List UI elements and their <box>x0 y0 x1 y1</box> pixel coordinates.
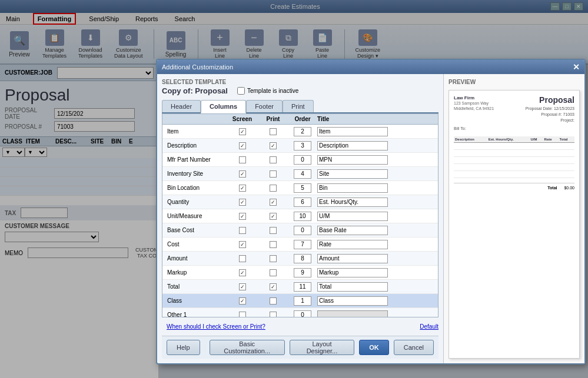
col-row-screen-cb[interactable] <box>226 199 258 206</box>
inactive-checkbox[interactable] <box>237 87 245 95</box>
print-checkbox[interactable] <box>270 297 277 305</box>
screen-checkbox[interactable] <box>239 297 246 305</box>
help-button[interactable]: Help <box>167 340 200 355</box>
col-row-screen-cb[interactable] <box>226 185 258 192</box>
screen-checkbox[interactable] <box>239 142 246 149</box>
col-row-print-cb[interactable] <box>258 128 288 135</box>
order-input[interactable] <box>294 127 311 136</box>
col-row-screen-cb[interactable] <box>226 312 258 317</box>
order-input[interactable] <box>294 310 311 317</box>
screen-checkbox[interactable] <box>239 312 246 317</box>
default-link[interactable]: Default <box>420 323 438 330</box>
col-row-print-cb[interactable] <box>258 142 288 149</box>
order-input[interactable] <box>294 169 311 179</box>
title-input[interactable] <box>317 155 388 165</box>
screen-checkbox[interactable] <box>239 227 246 234</box>
title-input[interactable] <box>317 212 388 221</box>
title-input[interactable] <box>317 226 388 235</box>
title-input[interactable] <box>317 310 388 317</box>
col-row-screen-cb[interactable] <box>226 142 258 149</box>
screen-checkbox[interactable] <box>239 283 246 290</box>
screen-or-print-link[interactable]: When should I check Screen or Print? <box>162 320 270 333</box>
screen-checkbox[interactable] <box>239 213 246 220</box>
col-row-screen-cb[interactable] <box>226 255 258 262</box>
title-input[interactable] <box>317 198 388 207</box>
cancel-button[interactable]: Cancel <box>394 340 434 355</box>
print-checkbox[interactable] <box>270 255 277 262</box>
col-row-order <box>288 155 317 165</box>
screen-checkbox[interactable] <box>239 241 246 248</box>
col-row-print-cb[interactable] <box>258 227 288 234</box>
col-row-screen-cb[interactable] <box>226 213 258 220</box>
print-checkbox[interactable] <box>270 241 277 248</box>
col-row-screen-cb[interactable] <box>226 170 258 178</box>
screen-checkbox[interactable] <box>239 199 246 206</box>
title-input[interactable] <box>317 282 388 292</box>
tab-print[interactable]: Print <box>283 100 314 112</box>
print-checkbox[interactable] <box>270 142 277 149</box>
screen-checkbox[interactable] <box>239 255 246 262</box>
basic-customization-button[interactable]: Basic Customization... <box>210 340 285 355</box>
col-row-print-cb[interactable] <box>258 312 288 317</box>
title-input[interactable] <box>317 296 388 306</box>
order-input[interactable] <box>294 296 311 306</box>
print-checkbox[interactable] <box>270 269 277 276</box>
col-row-print-cb[interactable] <box>258 170 288 178</box>
print-checkbox[interactable] <box>270 156 277 163</box>
tab-footer[interactable]: Footer <box>246 100 283 112</box>
screen-checkbox[interactable] <box>239 128 246 135</box>
tab-header[interactable]: Header <box>162 100 201 112</box>
order-input[interactable] <box>294 268 311 277</box>
col-row-print-cb[interactable] <box>258 283 288 290</box>
tab-columns[interactable]: Columns <box>201 100 246 113</box>
title-input[interactable] <box>317 240 388 249</box>
col-row-print-cb[interactable] <box>258 241 288 248</box>
title-input[interactable] <box>317 268 388 277</box>
print-checkbox[interactable] <box>270 199 277 206</box>
col-row-print-cb[interactable] <box>258 255 288 262</box>
title-input[interactable] <box>317 254 388 263</box>
col-row-screen-cb[interactable] <box>226 128 258 135</box>
screen-checkbox[interactable] <box>239 269 246 276</box>
order-input[interactable] <box>294 155 311 165</box>
col-row-print-cb[interactable] <box>258 156 288 163</box>
print-checkbox[interactable] <box>270 227 277 234</box>
print-checkbox[interactable] <box>270 312 277 317</box>
order-input[interactable] <box>294 183 311 193</box>
layout-designer-button[interactable]: Layout Designer... <box>290 340 355 355</box>
screen-checkbox[interactable] <box>239 185 246 192</box>
print-checkbox[interactable] <box>270 283 277 290</box>
print-checkbox[interactable] <box>270 213 277 220</box>
col-row-print-cb[interactable] <box>258 199 288 206</box>
col-row-order <box>288 310 317 317</box>
print-checkbox[interactable] <box>270 170 277 178</box>
col-row-screen-cb[interactable] <box>226 241 258 248</box>
ok-button[interactable]: OK <box>359 340 389 355</box>
col-row-screen-cb[interactable] <box>226 269 258 276</box>
selected-template-label: SELECTED TEMPLATE <box>162 79 438 85</box>
modal-close-button[interactable]: ✕ <box>573 62 580 72</box>
order-input[interactable] <box>294 212 311 221</box>
col-row-print-cb[interactable] <box>258 185 288 192</box>
order-input[interactable] <box>294 198 311 207</box>
col-row-screen-cb[interactable] <box>226 283 258 290</box>
order-input[interactable] <box>294 254 311 263</box>
screen-checkbox[interactable] <box>239 170 246 178</box>
col-row-screen-cb[interactable] <box>226 156 258 163</box>
print-checkbox[interactable] <box>270 185 277 192</box>
screen-checkbox[interactable] <box>239 156 246 163</box>
col-row-screen-cb[interactable] <box>226 297 258 305</box>
title-input[interactable] <box>317 127 388 136</box>
title-input[interactable] <box>317 169 388 179</box>
order-input[interactable] <box>294 226 311 235</box>
order-input[interactable] <box>294 141 311 150</box>
title-input[interactable] <box>317 141 388 150</box>
col-row-screen-cb[interactable] <box>226 227 258 234</box>
order-input[interactable] <box>294 282 311 292</box>
order-input[interactable] <box>294 240 311 249</box>
print-checkbox[interactable] <box>270 128 277 135</box>
col-row-print-cb[interactable] <box>258 269 288 276</box>
col-row-print-cb[interactable] <box>258 213 288 220</box>
col-row-print-cb[interactable] <box>258 297 288 305</box>
title-input[interactable] <box>317 183 388 193</box>
